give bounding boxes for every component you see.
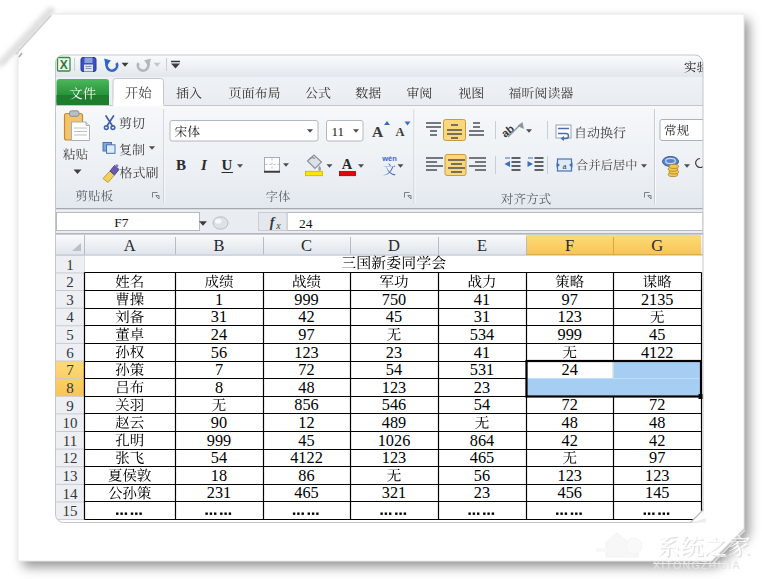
svg-text:23: 23 [474,483,490,502]
svg-text:123: 123 [294,343,318,362]
svg-text:123: 123 [382,378,406,397]
svg-text:534: 534 [470,325,494,344]
svg-text:48: 48 [298,378,314,397]
svg-text:123: 123 [645,466,669,485]
svg-text:3: 3 [66,292,74,308]
svg-text:10: 10 [63,415,78,431]
svg-text:54: 54 [386,360,402,379]
svg-text:97: 97 [649,448,665,467]
svg-text:11: 11 [63,433,77,449]
svg-text:8: 8 [215,378,223,397]
svg-text:7: 7 [66,362,74,378]
svg-text:12: 12 [63,450,78,466]
svg-text:9: 9 [66,398,74,414]
svg-text:546: 546 [382,395,406,414]
svg-text:4122: 4122 [641,343,674,362]
svg-text:24: 24 [211,325,227,344]
svg-text:7: 7 [215,360,223,379]
svg-text:F: F [565,236,574,255]
svg-text:54: 54 [474,395,490,414]
svg-text:E: E [477,236,487,255]
svg-text:XITONGZHIJIA: XITONGZHIJIA [653,559,741,571]
svg-text:56: 56 [211,343,227,362]
svg-text:4122: 4122 [290,448,323,467]
svg-text:531: 531 [470,360,494,379]
svg-text:56: 56 [474,466,490,485]
svg-text:86: 86 [298,466,314,485]
svg-text:231: 231 [207,483,231,502]
svg-text:31: 31 [211,307,227,326]
svg-text:x: x [275,220,281,231]
svg-text:D: D [388,236,400,255]
svg-text:42: 42 [562,431,578,450]
svg-text:123: 123 [382,448,406,467]
svg-text:2135: 2135 [641,290,674,309]
svg-text:13: 13 [63,468,78,484]
svg-text:90: 90 [211,413,227,432]
svg-text:A: A [124,236,136,255]
svg-text:23: 23 [474,378,490,397]
svg-text:A: A [342,156,353,172]
svg-text:B: B [213,236,224,255]
svg-text:8: 8 [66,380,74,396]
svg-text:31: 31 [474,307,490,326]
svg-text:5: 5 [66,327,74,343]
svg-text:1026: 1026 [378,431,411,450]
svg-text:14: 14 [63,486,79,502]
svg-text:97: 97 [298,325,314,344]
svg-text:45: 45 [386,307,402,326]
svg-text:321: 321 [382,483,406,502]
svg-text:41: 41 [474,290,490,309]
svg-text:4: 4 [66,309,74,325]
svg-text:F7: F7 [114,215,129,230]
svg-text:54: 54 [211,448,227,467]
svg-text:123: 123 [557,466,581,485]
svg-text:856: 856 [294,395,318,414]
svg-text:48: 48 [649,413,665,432]
svg-text:23: 23 [386,343,402,362]
svg-text:465: 465 [470,448,494,467]
svg-text:456: 456 [557,483,581,502]
svg-text:145: 145 [645,483,669,502]
svg-text:11: 11 [332,124,345,139]
svg-text:999: 999 [294,290,318,309]
svg-text:A: A [372,123,384,140]
svg-text:2: 2 [66,274,74,290]
svg-text:864: 864 [470,431,494,450]
svg-text:C: C [301,236,312,255]
svg-text:a: a [563,161,567,171]
svg-text:48: 48 [562,413,578,432]
svg-text:wén: wén [381,154,397,163]
svg-text:72: 72 [298,360,314,379]
svg-text:15: 15 [63,503,78,519]
svg-text:72: 72 [649,395,665,414]
svg-text:123: 123 [557,307,581,326]
svg-text:G: G [651,236,663,255]
svg-text:X: X [60,58,68,72]
svg-text:B: B [176,157,186,173]
svg-text:1: 1 [66,257,74,273]
svg-text:A: A [395,125,404,139]
svg-text:18: 18 [211,466,227,485]
svg-text:999: 999 [207,431,231,450]
svg-text:72: 72 [562,395,578,414]
svg-text:750: 750 [382,290,406,309]
svg-text:12: 12 [298,413,314,432]
svg-text:41: 41 [474,343,490,362]
svg-text:45: 45 [649,325,665,344]
svg-text:465: 465 [294,483,318,502]
svg-text:42: 42 [298,307,314,326]
svg-text:489: 489 [382,413,406,432]
svg-text:45: 45 [298,431,314,450]
svg-text:1: 1 [215,290,223,309]
svg-text:97: 97 [562,290,578,309]
svg-text:I: I [200,157,208,173]
svg-text:999: 999 [557,325,581,344]
svg-text:42: 42 [649,431,665,450]
svg-text:U: U [222,157,233,173]
svg-text:24: 24 [299,216,313,231]
svg-text:24: 24 [562,360,578,379]
svg-text:6: 6 [66,345,74,361]
